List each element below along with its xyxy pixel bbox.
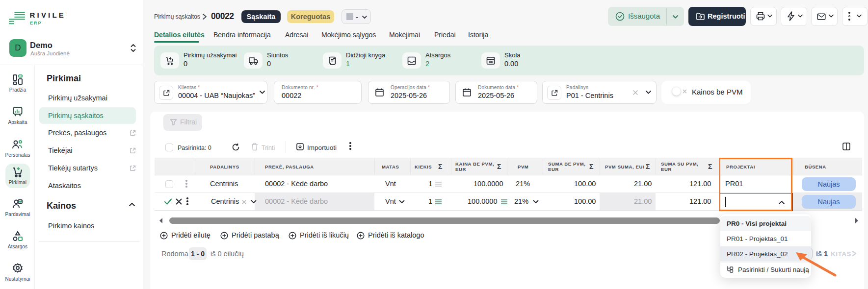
svg-text:RIVILE: RIVILE <box>30 11 66 19</box>
svg-text:ERP: ERP <box>30 21 42 25</box>
